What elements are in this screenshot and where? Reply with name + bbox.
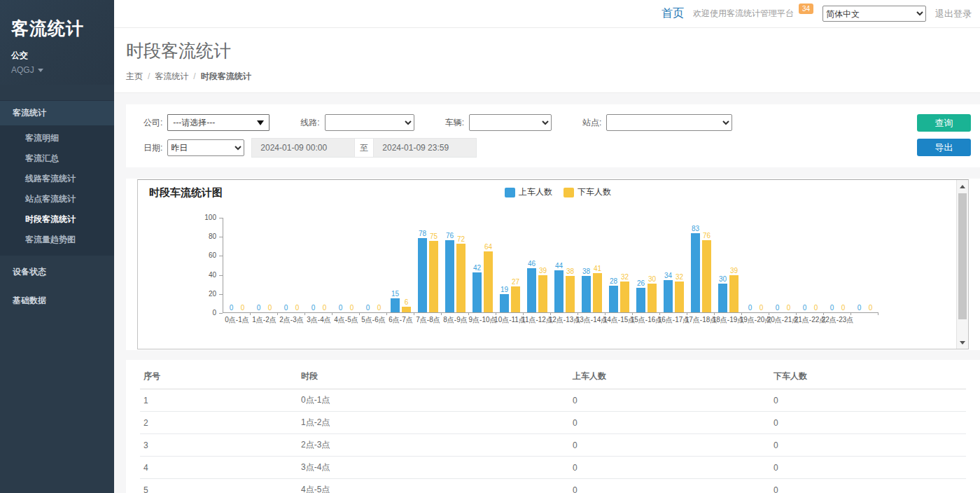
bar-value-label: 78 [419, 230, 426, 237]
export-button[interactable]: 导出 [917, 139, 971, 156]
sidebar-group-基础数据[interactable]: 基础数据 [0, 289, 114, 313]
bar-上车人数 [472, 272, 482, 312]
chart-panel: 时段车流统计图 上车人数下车人数 020406080100 000点-1点001… [137, 179, 969, 349]
bar-group-7点-8点: 78757点-8点 [414, 217, 442, 312]
bar-下车人数 [402, 307, 411, 312]
line-filter: 线路: [300, 114, 414, 131]
sidebar-item-站点客流统计[interactable]: 站点客流统计 [0, 189, 114, 209]
x-axis-label: 2点-3点 [279, 315, 303, 325]
welcome-text: 欢迎使用客流统计管理平台 [693, 8, 794, 20]
bar-下车人数 [702, 240, 711, 312]
y-axis-tick-label: 20 [209, 290, 216, 298]
bar-value-label: 0 [830, 304, 834, 312]
sidebar-item-客流汇总[interactable]: 客流汇总 [0, 148, 114, 169]
y-axis-tick-label: 40 [209, 271, 216, 279]
station-select[interactable] [606, 114, 732, 131]
content: 公司: ---请选择--- 线路: 车辆: 站点: [114, 93, 980, 493]
bar-value-label: 38 [582, 268, 590, 275]
line-select[interactable] [325, 114, 414, 131]
legend-item-上车人数[interactable]: 上车人数 [505, 186, 552, 198]
hourly-stats-table: 序号时段上车人数下车人数 10点-1点0021点-2点0032点-3点0043点… [140, 364, 966, 493]
bar-group-3点-4点: 003点-4点 [305, 217, 332, 312]
topbar: 首页 欢迎使用客流统计管理平台 34 简体中文 退出登录 [114, 0, 980, 28]
sidebar-item-线路客流统计[interactable]: 线路客流统计 [0, 169, 114, 189]
sidebar-submenu: 客流明细客流汇总线路客流统计站点客流统计时段客流统计客流量趋势图 [0, 125, 114, 256]
bar-value-label: 0 [268, 304, 272, 312]
bar-value-label: 0 [230, 304, 234, 312]
filter-panel: 公司: ---请选择--- 线路: 车辆: 站点: [126, 104, 980, 167]
bar-value-label: 41 [594, 265, 601, 272]
date-preset-select[interactable]: 昨日 [167, 139, 244, 156]
bar-group-15点-16点: 263015点-16点 [633, 217, 660, 312]
y-axis-tick-label: 60 [209, 251, 216, 259]
breadcrumb: 主页/客流统计/时段客流统计 [126, 71, 980, 83]
bar-column: 0 [866, 217, 875, 312]
breadcrumb-item: 时段客流统计 [201, 71, 251, 81]
legend-item-下车人数[interactable]: 下车人数 [564, 186, 611, 198]
table-cell: 0 [569, 479, 770, 493]
bar-column: 72 [456, 217, 465, 312]
brand-subtitle: 公交 [11, 50, 103, 62]
bar-下车人数 [675, 282, 684, 312]
filter-row-1: 公司: ---请选择--- 线路: 车辆: 站点: [144, 114, 980, 131]
x-axis-label: 0点-1点 [225, 315, 248, 325]
company-select[interactable]: ---请选择--- [167, 114, 270, 131]
bar-value-label: 15 [391, 290, 399, 298]
bar-group-5点-6点: 005点-6点 [360, 217, 387, 312]
bar-value-label: 0 [748, 304, 752, 312]
bar-上车人数 [636, 288, 645, 312]
bar-上车人数 [718, 284, 727, 312]
scroll-down-arrow-icon[interactable] [957, 337, 968, 348]
breadcrumb-item[interactable]: 主页 [126, 71, 143, 81]
query-button[interactable]: 查询 [917, 114, 971, 132]
bar-上车人数 [664, 280, 673, 312]
date-filter: 日期: 昨日 [144, 139, 244, 156]
table-header-row: 序号时段上车人数下车人数 [140, 364, 966, 389]
vehicle-select[interactable] [469, 114, 552, 131]
sidebar-group-设备状态[interactable]: 设备状态 [0, 260, 114, 284]
notification-badge[interactable]: 34 [799, 4, 813, 14]
chart-scrollbar[interactable] [956, 180, 968, 349]
bar-group-19点-20点: 0019点-20点 [742, 217, 769, 312]
bar-column: 64 [484, 217, 493, 312]
bar-value-label: 46 [528, 260, 536, 268]
bar-group-4点-5点: 004点-5点 [332, 217, 360, 312]
table-cell: 1点-2点 [298, 412, 569, 434]
chart-section: 时段车流统计图 上车人数下车人数 020406080100 000点-1点001… [126, 179, 980, 350]
breadcrumb-item[interactable]: 客流统计 [155, 71, 188, 81]
bar-下车人数 [620, 282, 629, 312]
sidebar-nav: 客流统计客流明细客流汇总线路客流统计站点客流统计时段客流统计客流量趋势图设备状态… [0, 100, 114, 313]
language-select[interactable]: 简体中文 [822, 6, 926, 22]
sidebar-item-客流明细[interactable]: 客流明细 [0, 128, 114, 148]
bar-column: 0 [336, 217, 345, 312]
date-range-separator: 至 [355, 138, 373, 158]
y-axis-tick-mark [219, 256, 223, 256]
table-cell: 0 [569, 389, 770, 412]
y-axis-tick-label: 100 [204, 214, 216, 221]
y-axis-tick-mark [219, 313, 223, 314]
date-start-input[interactable] [251, 138, 355, 158]
y-axis-tick-label: 80 [209, 232, 216, 240]
org-selector[interactable]: AQGJ [11, 65, 103, 75]
scroll-up-arrow-icon[interactable] [957, 181, 968, 192]
sidebar-item-客流量趋势图[interactable]: 客流量趋势图 [0, 230, 114, 250]
bar-column: 0 [839, 217, 848, 312]
bar-group-8点-9点: 76728点-9点 [442, 217, 469, 312]
home-link[interactable]: 首页 [662, 6, 684, 21]
bar-下车人数 [648, 284, 657, 312]
bar-column: 0 [746, 217, 755, 312]
table-cell: 4点-5点 [298, 479, 569, 493]
table-cell: 0 [770, 389, 966, 412]
sidebar-group-客流统计[interactable]: 客流统计 [0, 100, 114, 125]
bar-value-label: 64 [484, 243, 492, 251]
bar-group-0点-1点: 000点-1点 [223, 217, 251, 312]
date-end-input[interactable] [373, 138, 477, 158]
bar-上车人数 [609, 286, 618, 312]
scrollbar-thumb[interactable] [958, 193, 967, 319]
y-axis-tick-mark [219, 275, 223, 276]
y-axis-tick-mark [219, 218, 223, 218]
bar-下车人数 [456, 244, 465, 312]
sidebar-item-时段客流统计[interactable]: 时段客流统计 [0, 209, 114, 230]
bar-column: 0 [773, 217, 782, 312]
logout-link[interactable]: 退出登录 [935, 8, 972, 20]
